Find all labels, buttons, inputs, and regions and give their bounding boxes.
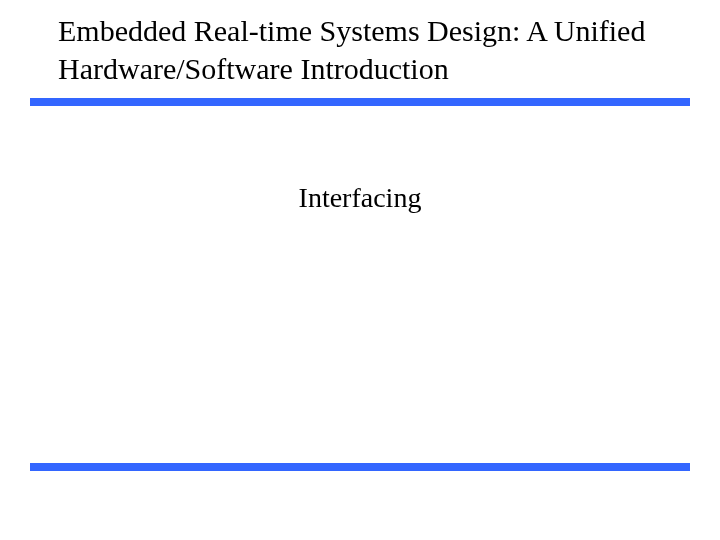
slide-subtitle: Interfacing [0, 182, 720, 214]
divider-bottom [30, 463, 690, 471]
slide-container: Embedded Real-time Systems Design: A Uni… [0, 0, 720, 540]
divider-top [30, 98, 690, 106]
slide-title: Embedded Real-time Systems Design: A Uni… [58, 12, 680, 87]
